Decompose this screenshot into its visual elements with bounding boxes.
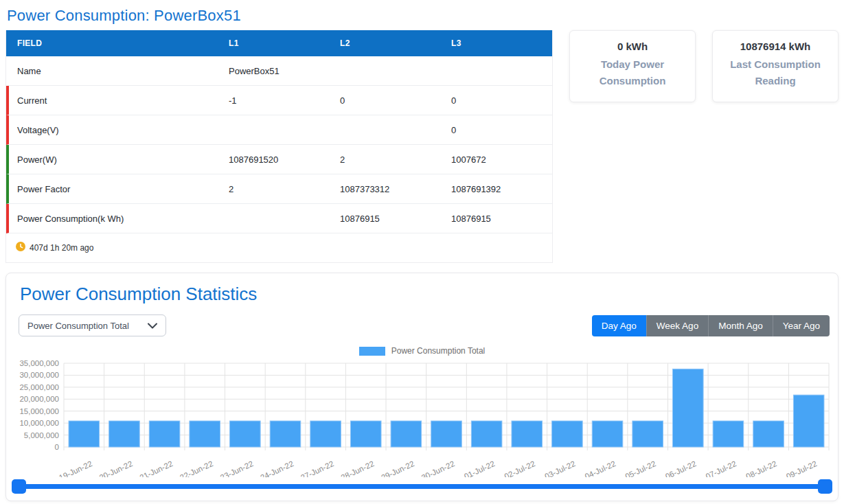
y-tick-label: 10,000,000 — [19, 419, 59, 427]
last-updated-row: 407d 1h 20m ago — [6, 233, 552, 262]
y-tick-label: 35,000,000 — [19, 359, 59, 367]
table-row: Power Factor210873733121087691392 — [6, 174, 552, 204]
chart-bar[interactable] — [471, 421, 502, 447]
table-row: Current-100 — [6, 86, 552, 115]
chart-bar[interactable] — [149, 421, 180, 447]
range-button-year-ago[interactable]: Year Ago — [773, 315, 830, 336]
chevron-down-icon — [148, 323, 157, 329]
bar-chart: 05,000,00010,000,00015,000,00020,000,000… — [9, 357, 836, 477]
x-tick-label: 05-Jul-22 — [624, 459, 657, 477]
y-tick-label: 15,000,000 — [19, 407, 59, 415]
table-cell: 0 — [451, 125, 552, 135]
chart-bar[interactable] — [552, 421, 583, 447]
chart-bar[interactable] — [632, 421, 663, 447]
page-title: Power Consumption: PowerBox51 — [7, 7, 839, 25]
range-button-group: Day AgoWeek AgoMonth AgoYear Ago — [592, 315, 830, 336]
table-row: Voltage(V)0 — [6, 115, 552, 145]
stat-card-today: 0 kWh Today Power Consumption — [569, 30, 696, 102]
stat-cards: 0 kWh Today Power Consumption 10876914 k… — [569, 30, 839, 102]
top-row: FIELDL1L2L3 NamePowerBox51Current-100Vol… — [5, 30, 839, 263]
range-button-week-ago[interactable]: Week Ago — [646, 315, 708, 336]
chart-bar[interactable] — [431, 421, 462, 447]
table-cell: Voltage(V) — [9, 125, 229, 135]
clock-icon — [16, 242, 25, 254]
x-tick-label: 22-Jun-22 — [179, 459, 214, 477]
device-table-body: NamePowerBox51Current-100Voltage(V)0Powe… — [6, 56, 552, 233]
chart-bar[interactable] — [190, 421, 220, 447]
chart-bar[interactable] — [391, 421, 422, 447]
legend-swatch — [359, 347, 385, 356]
x-tick-label: 30-Jun-22 — [420, 459, 456, 477]
table-cell: -1 — [229, 95, 340, 106]
slider-handle-left[interactable] — [12, 479, 26, 494]
x-tick-label: 21-Jun-22 — [138, 459, 174, 477]
x-tick-label: 09-Jul-22 — [785, 459, 819, 477]
dashboard-page: Power Consumption: PowerBox51 FIELDL1L2L… — [0, 0, 844, 504]
stat-value: 0 kWh — [578, 41, 687, 52]
chart-range-slider[interactable] — [12, 479, 832, 494]
y-tick-label: 20,000,000 — [19, 395, 59, 403]
stat-label: Last Consumption Reading — [721, 56, 830, 89]
table-cell: 1087373312 — [340, 184, 451, 194]
x-tick-label: 01-Jul-22 — [463, 459, 497, 477]
range-button-month-ago[interactable]: Month Ago — [708, 315, 773, 336]
chart-bar[interactable] — [69, 421, 100, 447]
chart-bar[interactable] — [512, 421, 543, 447]
table-cell: 0 — [340, 95, 451, 106]
column-header: L3 — [451, 38, 552, 48]
stat-value: 10876914 kWh — [721, 41, 830, 52]
statistics-title: Power Consumption Statistics — [20, 284, 838, 305]
chart-legend[interactable]: Power Consumption Total — [6, 346, 838, 356]
y-tick-label: 5,000,000 — [24, 431, 59, 439]
x-tick-label: 07-Jul-22 — [705, 459, 738, 477]
table-cell: Power(W) — [9, 154, 229, 165]
x-tick-label: 24-Jun-22 — [259, 459, 295, 477]
chart-bar[interactable] — [310, 421, 341, 447]
chart-bar[interactable] — [350, 421, 381, 447]
slider-track[interactable] — [14, 484, 830, 489]
x-tick-label: 23-Jun-22 — [219, 459, 255, 477]
table-cell: 10876915 — [451, 214, 552, 224]
chart-bar[interactable] — [592, 421, 623, 447]
chart-bar[interactable] — [753, 421, 784, 447]
table-cell: Power Factor — [9, 184, 229, 194]
range-button-day-ago[interactable]: Day Ago — [592, 315, 646, 336]
stat-label: Today Power Consumption — [578, 56, 687, 89]
chart-bar[interactable] — [230, 421, 261, 447]
table-cell: Name — [9, 66, 229, 76]
x-tick-label: 27-Jun-22 — [299, 459, 335, 477]
table-cell: Power Consumption(k Wh) — [9, 214, 229, 224]
table-cell: PowerBox51 — [229, 66, 340, 76]
x-tick-label: 04-Jul-22 — [584, 459, 617, 477]
table-row: Power Consumption(k Wh)1087691510876915 — [6, 204, 552, 233]
table-cell: 1087691392 — [451, 184, 552, 194]
table-cell: 1007672 — [451, 154, 552, 165]
table-cell: Current — [9, 95, 229, 106]
column-header: FIELD — [6, 38, 229, 48]
chart-controls: Power Consumption Total Day AgoWeek AgoM… — [19, 314, 830, 336]
chart-bar[interactable] — [673, 369, 704, 447]
chart-bar[interactable] — [109, 421, 140, 447]
stat-card-last-reading: 10876914 kWh Last Consumption Reading — [712, 30, 839, 102]
x-tick-label: 19-Jun-22 — [58, 459, 93, 477]
chart-bar[interactable] — [793, 395, 824, 447]
table-cell: 1087691520 — [229, 154, 340, 165]
chart-bar[interactable] — [713, 421, 744, 447]
x-tick-label: 08-Jul-22 — [744, 459, 778, 477]
slider-handle-right[interactable] — [818, 479, 832, 494]
column-header: L1 — [229, 38, 340, 48]
table-cell: 2 — [340, 154, 451, 165]
y-tick-label: 0 — [55, 443, 59, 451]
chart-bar[interactable] — [270, 421, 301, 447]
x-tick-label: 06-Jul-22 — [664, 459, 698, 477]
table-cell: 2 — [229, 184, 340, 194]
metric-select[interactable]: Power Consumption Total — [19, 314, 166, 336]
device-table: FIELDL1L2L3 NamePowerBox51Current-100Vol… — [5, 30, 553, 263]
table-cell: 10876915 — [340, 214, 451, 224]
x-tick-label: 03-Jul-22 — [543, 459, 577, 477]
table-row: Power(W)108769152021007672 — [6, 145, 552, 174]
table-row: NamePowerBox51 — [6, 56, 552, 86]
y-tick-label: 30,000,000 — [19, 371, 59, 379]
column-header: L2 — [340, 38, 451, 48]
x-tick-label: 29-Jun-22 — [380, 459, 415, 477]
